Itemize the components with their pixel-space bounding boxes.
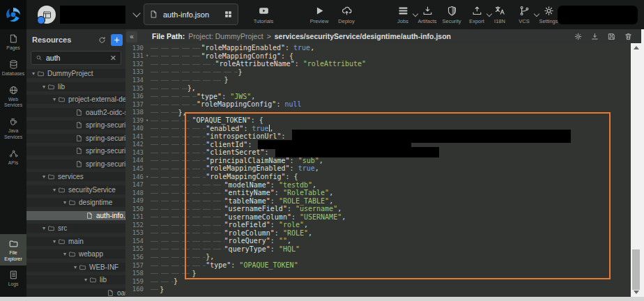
- tree-file-spring-security-oaut[interactable]: spring-security-oaut: [26, 160, 125, 169]
- tree-folder-lib[interactable]: ▾lib: [26, 82, 125, 91]
- tree-item-label: spring-security-oaut: [86, 160, 125, 168]
- tree-item-label: webapp: [79, 250, 103, 258]
- tree-folder-project-external-depen[interactable]: ▾project-external-depen: [26, 95, 125, 104]
- expand-arrow-icon[interactable]: ▾: [43, 225, 45, 231]
- indent-guide: [151, 164, 206, 173]
- code-token: :: [270, 181, 279, 189]
- tree-folder-lib[interactable]: ▾lib: [26, 275, 125, 284]
- line-number: 133: [125, 68, 144, 75]
- tree-item-label: main: [68, 238, 84, 245]
- toolbar-deploy-button[interactable]: Deploy: [327, 5, 366, 24]
- code-line-141: 141"introspectionUrl":: [125, 132, 631, 141]
- add-resource-button[interactable]: +: [111, 34, 123, 46]
- sidebar-item-label: Logs: [8, 281, 19, 288]
- code-token: ,: [251, 93, 255, 100]
- clear-search-icon[interactable]: ✕: [110, 54, 116, 63]
- app-logo[interactable]: [0, 0, 26, 29]
- project-badge: [37, 16, 45, 24]
- code-token: true: [293, 44, 310, 52]
- sidebar-item-web-services[interactable]: Web Services: [0, 81, 26, 113]
- save-file-button[interactable]: [607, 32, 616, 41]
- sidebar-item-apis[interactable]: APIs: [0, 144, 26, 170]
- code-token: :: [222, 93, 230, 100]
- code-line-146: 146▾"roleMappingConfig": {: [125, 173, 631, 181]
- tree-file-auth-info.json[interactable]: auth-info.json: [26, 211, 125, 220]
- sidebar-item-file-explorer[interactable]: File Explorer: [0, 234, 26, 266]
- code-token: :: [231, 261, 239, 269]
- code-token: "clientSecret": [206, 148, 264, 156]
- line-number: 146: [125, 173, 144, 180]
- expand-arrow-icon[interactable]: ▾: [63, 199, 66, 206]
- tree-file-oauth2-o[interactable]: oauth2-o: [26, 288, 125, 298]
- tree-file-spring-security-oaut[interactable]: spring-security-oaut: [26, 121, 125, 130]
- wavemaker-logo-icon: [5, 6, 22, 23]
- indent-guide: [151, 124, 206, 132]
- sidebar-item-databases[interactable]: Databases: [0, 55, 26, 81]
- resources-search-box: ✕: [31, 51, 121, 65]
- sidebar-item-logs[interactable]: Logs: [0, 265, 26, 291]
- expand-arrow-icon[interactable]: ▾: [43, 173, 45, 180]
- code-token: "entityName": [224, 189, 275, 196]
- tab-auth-info-json[interactable]: auth-info.json: [144, 3, 238, 25]
- expand-arrow-icon[interactable]: ▾: [74, 264, 77, 270]
- code-token: "usernameColumn": [224, 213, 291, 221]
- scrollbar-thumb[interactable]: [632, 249, 640, 290]
- line-number: 155: [125, 245, 144, 252]
- tree-folder-main[interactable]: ▾main: [26, 237, 125, 246]
- expand-arrow-icon[interactable]: ▾: [84, 277, 87, 283]
- indent-guide: [151, 132, 206, 141]
- fold-arrow-icon[interactable]: ▾: [144, 118, 151, 123]
- sidebar-item-java-services[interactable]: Java Services: [0, 112, 26, 144]
- code-token: :: [282, 132, 290, 140]
- collapse-panel-button[interactable]: «: [126, 31, 137, 43]
- expand-arrow-icon[interactable]: ▾: [53, 238, 56, 245]
- download-file-button[interactable]: [590, 32, 599, 41]
- project-selector[interactable]: [38, 5, 139, 24]
- scroll-down-arrow[interactable]: [631, 288, 641, 297]
- code-token: "sub": [298, 157, 319, 164]
- indent-guide: [151, 108, 178, 116]
- tree-folder-src[interactable]: ▾src: [26, 224, 125, 233]
- search-input[interactable]: [46, 54, 107, 62]
- fold-arrow-icon[interactable]: ▾: [144, 174, 151, 180]
- expand-arrow-icon[interactable]: ▾: [53, 187, 56, 193]
- tree-folder-WEB-INF[interactable]: ▾WEB-INF: [26, 263, 125, 272]
- code-editor[interactable]: 130"roleMappingEnabled": true,131▾"roleM…: [125, 43, 641, 297]
- code-line-151: 151"usernameColumn": "USERNAME",: [125, 213, 631, 221]
- code-token: }: [238, 68, 242, 76]
- code-token: "USERNAME": [300, 213, 342, 221]
- folder-icon: [68, 250, 76, 258]
- file-icon: [75, 109, 83, 116]
- line-number: 158: [125, 270, 144, 277]
- tree-folder-DummyProject[interactable]: ▾DummyProject: [26, 69, 125, 78]
- tree-folder-securityService[interactable]: ▾securityService: [26, 185, 125, 194]
- tree-folder-services[interactable]: ▾services: [26, 172, 125, 181]
- tree-file-spring-security-oaut[interactable]: spring-security-oaut: [26, 146, 125, 155]
- line-number: 142: [125, 141, 144, 148]
- file-settings-button[interactable]: [574, 32, 583, 41]
- code-token: "role": [279, 221, 304, 229]
- expand-arrow-icon[interactable]: ▾: [63, 251, 66, 257]
- tree-folder-designtime[interactable]: ▾designtime: [26, 198, 125, 207]
- tree-item-label: lib: [58, 83, 65, 91]
- sidebar-item-pages[interactable]: Pages: [0, 29, 26, 55]
- tree-item-label: services: [58, 173, 84, 180]
- editor-scrollbar[interactable]: [631, 43, 641, 297]
- fold-arrow-icon[interactable]: ▾: [144, 53, 151, 59]
- code-token: ,: [312, 181, 316, 189]
- indent-guide: [151, 189, 224, 197]
- code-content[interactable]: 130"roleMappingEnabled": true,131▾"roleM…: [125, 44, 631, 297]
- grid-icon[interactable]: [224, 10, 233, 19]
- tree-file-oauth2-oidc-sdk-10[interactable]: oauth2-oidc-sdk-10: [26, 108, 125, 117]
- refresh-button[interactable]: [98, 36, 107, 45]
- toolbar-tutorials-button[interactable]: Tutorials: [244, 5, 283, 24]
- tree-folder-webapp[interactable]: ▾webapp: [26, 249, 125, 258]
- code-line-160: 160}: [125, 285, 631, 293]
- tree-file-spring-security-oaut[interactable]: spring-security-oaut: [26, 134, 125, 143]
- expand-arrow-icon[interactable]: ▾: [32, 70, 35, 77]
- delete-file-button[interactable]: [624, 32, 633, 41]
- expand-arrow-icon[interactable]: ▾: [53, 96, 56, 102]
- scroll-up-arrow[interactable]: [631, 43, 641, 52]
- code-token: ,: [270, 125, 274, 132]
- expand-arrow-icon[interactable]: ▾: [43, 84, 45, 90]
